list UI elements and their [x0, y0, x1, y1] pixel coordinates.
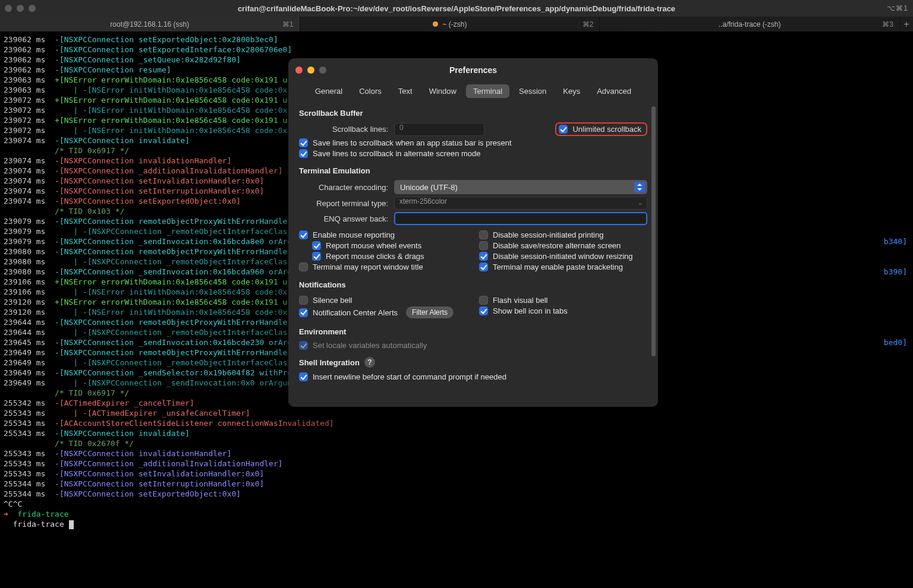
terminal-line: 255343 ms -[NSXPCConnection setInvalidat…: [4, 469, 909, 479]
prefs-tab-window[interactable]: Window: [422, 84, 464, 98]
terminal-line: 255343 ms -[ACAccountStoreClientSideList…: [4, 418, 909, 428]
prefs-tab-session[interactable]: Session: [512, 84, 553, 98]
terminal-current-line[interactable]: frida-trace: [4, 519, 909, 529]
disable-altscreen-label: Disable save/restore alternate screen: [493, 241, 621, 250]
prefs-tab-colors[interactable]: Colors: [352, 84, 389, 98]
disable-printing-label: Disable session-initiated printing: [493, 230, 603, 239]
terminal-line: 255343 ms | -[ACTimedExpirer _unsafeCanc…: [4, 408, 909, 418]
prefs-tab-text[interactable]: Text: [391, 84, 420, 98]
flash-bell-label: Flash visual bell: [493, 296, 548, 305]
unlimited-scrollback-checkbox[interactable]: [559, 125, 568, 134]
cursor-icon: [69, 520, 74, 529]
tab-frida-trace[interactable]: ..a/frida-trace (-zsh) ⌘3: [600, 17, 900, 31]
mouse-wheel-label: Report mouse wheel events: [326, 241, 421, 250]
window-title: crifan@crifanlideMacBook-Pro:~/dev/dev_r…: [0, 4, 913, 13]
terminal-line: 239062 ms -[NSXPCConnection setExportedO…: [4, 34, 909, 45]
encoding-value: Unicode (UTF-8): [400, 183, 458, 192]
enq-field[interactable]: [394, 212, 647, 225]
save-altscreen-label: Save lines to scrollback in alternate sc…: [313, 149, 481, 158]
save-statusbar-checkbox[interactable]: [299, 138, 308, 147]
paste-bracketing-checkbox[interactable]: [479, 263, 488, 271]
prefs-tab-general[interactable]: General: [308, 84, 350, 98]
disable-resize-checkbox[interactable]: [479, 252, 488, 261]
add-tab-button[interactable]: +: [900, 17, 913, 31]
scrollbar-thumb[interactable]: [651, 106, 656, 356]
mouse-reporting-checkbox[interactable]: [299, 230, 308, 239]
unlimited-scrollback-label: Unlimited scrollback: [572, 125, 641, 134]
prefs-tab-terminal[interactable]: Terminal: [466, 84, 509, 98]
close-icon[interactable]: [5, 5, 12, 12]
zoom-icon[interactable]: [29, 5, 36, 12]
shell-heading-text: Shell Integration: [299, 358, 360, 367]
preferences-window: Preferences GeneralColorsTextWindowTermi…: [288, 58, 658, 407]
nc-alerts-label: Notification Center Alerts: [313, 308, 398, 317]
section-notifications: Notifications: [299, 280, 647, 289]
terminal-prompt: ➜ frida-trace: [4, 509, 909, 519]
mouse-clicks-label: Report mouse clicks & drags: [326, 252, 424, 261]
terminal-interrupt: ^C^C: [4, 499, 909, 509]
section-shell-integration: Shell Integration ?: [299, 357, 647, 368]
scrollback-lines-label: Scrollback lines:: [299, 125, 388, 134]
bell-tab-icon-label: Show bell icon in tabs: [493, 306, 568, 315]
prefs-tab-advanced[interactable]: Advanced: [590, 84, 638, 98]
paste-bracketing-label: Terminal may enable paste bracketing: [493, 263, 623, 271]
disable-printing-checkbox[interactable]: [479, 230, 488, 239]
window-traffic-lights[interactable]: [5, 5, 36, 12]
tab-bar: root@192.168.1.16 (ssh) ⌘1 ~ (-zsh) ⌘2 .…: [0, 17, 913, 32]
main-titlebar: crifan@crifanlideMacBook-Pro:~/dev/dev_r…: [0, 0, 913, 17]
scrollback-lines-field[interactable]: 0: [394, 123, 484, 136]
titlebar-shortcut-indicator: ⌥⌘1: [887, 4, 908, 12]
terminal-line: 255343 ms -[NSXPCConnection invalidation…: [4, 448, 909, 459]
filter-alerts-button[interactable]: Filter Alerts: [406, 306, 454, 318]
nc-alerts-checkbox[interactable]: [299, 308, 308, 317]
minimize-icon[interactable]: [17, 5, 24, 12]
terminal-line: 255344 ms -[NSXPCConnection setExportedO…: [4, 489, 909, 499]
tab-shortcut: ⌘2: [583, 20, 594, 29]
encoding-label: Character encoding:: [299, 183, 388, 192]
unlimited-scrollback-highlight: Unlimited scrollback: [555, 122, 647, 136]
terminal-line: 255343 ms -[NSXPCConnection invalidate]: [4, 428, 909, 438]
tab-label: ..a/frida-trace (-zsh): [719, 20, 781, 29]
close-icon[interactable]: [295, 67, 303, 74]
chevron-updown-icon: [634, 182, 645, 192]
disable-resize-label: Disable session-initiated window resizin…: [493, 252, 633, 261]
term-type-field[interactable]: xterm-256color: [394, 197, 647, 210]
tab-label: root@192.168.1.16 (ssh): [110, 20, 189, 29]
section-environment: Environment: [299, 327, 647, 336]
insert-newline-checkbox[interactable]: [299, 372, 308, 381]
section-scrollback: Scrollback Buffer: [299, 109, 647, 118]
locale-label: Set locale variables automatically: [313, 341, 427, 350]
insert-newline-label: Insert newline before start of command p…: [313, 372, 506, 381]
mouse-clicks-checkbox[interactable]: [312, 252, 321, 261]
mouse-wheel-checkbox[interactable]: [312, 241, 321, 250]
save-altscreen-checkbox[interactable]: [299, 149, 308, 158]
prefs-tab-bar: GeneralColorsTextWindowTerminalSessionKe…: [288, 82, 658, 104]
window-title-label: Terminal may report window title: [313, 263, 423, 271]
enq-label: ENQ answer back:: [299, 214, 388, 223]
prefs-titlebar: Preferences: [288, 58, 658, 82]
term-type-label: Report terminal type:: [299, 199, 388, 208]
terminal-line: /* TID 0x2670f */: [4, 438, 909, 448]
tab-zsh-home[interactable]: ~ (-zsh) ⌘2: [300, 17, 600, 31]
tab-shortcut: ⌘3: [882, 20, 893, 29]
activity-dot-icon: [433, 21, 438, 27]
terminal-line: 255343 ms -[NSXPCConnection _additionalI…: [4, 459, 909, 469]
prefs-tab-keys[interactable]: Keys: [556, 84, 587, 98]
prefs-scrollbar[interactable]: [651, 106, 656, 397]
terminal-line: 255344 ms -[NSXPCConnection setInterrupt…: [4, 479, 909, 489]
tab-shortcut: ⌘1: [282, 20, 294, 29]
minimize-icon[interactable]: [307, 67, 314, 74]
help-icon[interactable]: ?: [364, 357, 375, 368]
zoom-icon[interactable]: [319, 67, 326, 74]
flash-bell-checkbox[interactable]: [479, 296, 488, 305]
prefs-traffic-lights[interactable]: [288, 67, 326, 74]
tab-ssh[interactable]: root@192.168.1.16 (ssh) ⌘1: [0, 17, 300, 31]
silence-bell-label: Silence bell: [313, 296, 352, 305]
tab-label: ~ (-zsh): [443, 20, 467, 29]
bell-tab-icon-checkbox[interactable]: [479, 306, 488, 315]
disable-altscreen-checkbox[interactable]: [479, 241, 488, 250]
locale-checkbox[interactable]: [299, 341, 308, 350]
silence-bell-checkbox[interactable]: [299, 296, 308, 305]
window-title-checkbox[interactable]: [299, 263, 308, 271]
encoding-select[interactable]: Unicode (UTF-8): [394, 180, 647, 194]
